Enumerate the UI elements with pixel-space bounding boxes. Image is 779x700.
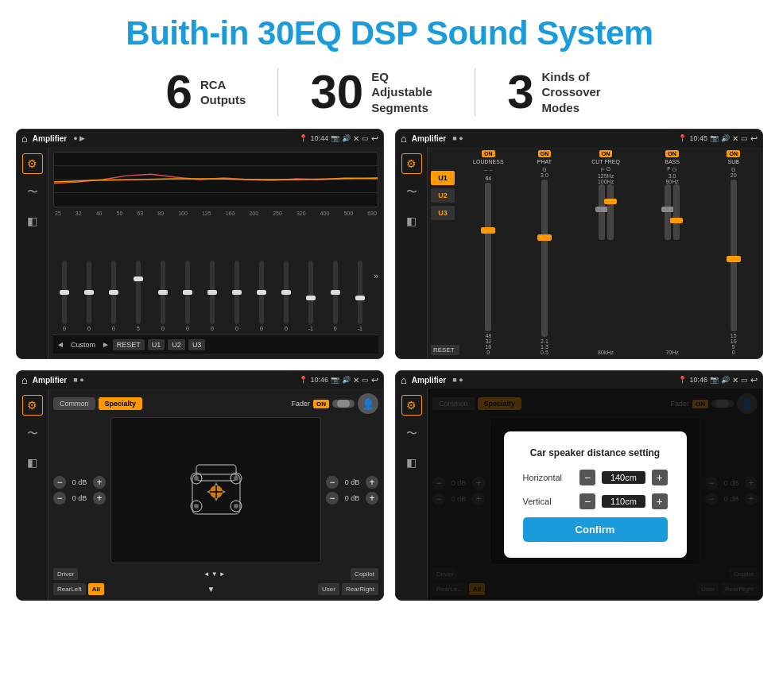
fader-location-icon: 📍: [299, 376, 308, 384]
fader-close-icon[interactable]: ✕: [353, 376, 359, 385]
fader-icon-2[interactable]: 〜: [22, 423, 43, 444]
distance-home-icon[interactable]: ⌂: [401, 374, 407, 386]
bass-column: ON BASS F G 3.0 90Hz: [641, 150, 703, 355]
distance-icon-1[interactable]: ⚙: [401, 395, 422, 416]
bass-label: BASS: [665, 159, 680, 164]
vertical-plus-btn[interactable]: +: [652, 493, 668, 509]
zone-driver[interactable]: Driver: [53, 568, 78, 580]
crossover-icon-3[interactable]: ◧: [401, 211, 422, 231]
dist-back-icon[interactable]: ↩: [750, 375, 758, 385]
eq-icon-1[interactable]: ⚙: [22, 153, 43, 174]
eq-freq-250: 250: [273, 211, 282, 216]
fader-tab-specialty[interactable]: Specialty: [99, 397, 143, 410]
sub-column: ON SUB G 20 15 10 5 0: [707, 150, 759, 355]
horizontal-value: 140cm: [602, 471, 645, 484]
eq-u3-btn[interactable]: U3: [188, 339, 206, 350]
db2-minus[interactable]: −: [53, 492, 66, 505]
db4-minus[interactable]: −: [326, 492, 339, 505]
eq-icon-2[interactable]: 〜: [22, 182, 43, 203]
cutfreq-column: ON CUT FREQ F G 125Hz 100Hz: [575, 150, 637, 355]
crossover-icon-2[interactable]: 〜: [401, 182, 422, 203]
car-svg: [180, 451, 252, 530]
eq-u1-btn[interactable]: U1: [148, 339, 165, 350]
stat-eq: 30 EQ AdjustableSegments: [278, 68, 475, 116]
xover-window-icon: ▭: [741, 134, 748, 142]
eq-reset-btn[interactable]: RESET: [113, 339, 145, 350]
home-icon[interactable]: ⌂: [21, 133, 28, 145]
crossover-screen: ⌂ Amplifier ■ ● 📍 10:45 📷 🔊 ✕ ▭ ↩ ⚙ 〜 ◧: [395, 129, 763, 359]
vertical-minus-btn[interactable]: −: [579, 493, 595, 509]
fader-home-icon[interactable]: ⌂: [21, 374, 28, 386]
crossover-home-icon[interactable]: ⌂: [401, 133, 407, 145]
stat-crossover-number: 3: [507, 68, 533, 116]
fader-slider[interactable]: [332, 400, 355, 408]
back-icon[interactable]: ↩: [371, 133, 378, 144]
fader-icon-1[interactable]: ⚙: [22, 395, 43, 416]
eq-prev-btn[interactable]: ◄: [56, 340, 64, 349]
zone-all[interactable]: All: [88, 583, 104, 595]
horizontal-minus-btn[interactable]: −: [579, 470, 595, 485]
db2-plus[interactable]: +: [93, 492, 106, 505]
eq-screen: ⌂ Amplifier ● ▶ 📍 10:44 📷 🔊 ✕ ▭ ↩ ⚙ 〜 ◧: [16, 129, 384, 359]
eq-slider-4: 5: [127, 261, 149, 331]
svg-point-12: [234, 504, 238, 509]
fader-icon-3[interactable]: ◧: [22, 452, 43, 473]
db3-minus[interactable]: −: [326, 476, 339, 489]
close-icon[interactable]: ✕: [353, 134, 359, 143]
stat-eq-label: EQ AdjustableSegments: [371, 69, 443, 116]
eq-more-icon[interactable]: »: [374, 271, 378, 280]
crossover-reset-btn[interactable]: RESET: [431, 345, 459, 355]
zone-down-arrow[interactable]: ▼: [211, 570, 218, 578]
crossover-icon-1[interactable]: ⚙: [401, 153, 422, 174]
zone-copilot[interactable]: Copilot: [351, 568, 378, 580]
crossover-screen-title: Amplifier: [412, 134, 446, 143]
eq-slider-13: -1: [349, 261, 371, 331]
crossover-main: U1 U2 U3 RESET ON LOUDNESS ~ ~: [428, 147, 762, 358]
zone-left-arrow[interactable]: ◄: [203, 570, 210, 578]
confirm-button[interactable]: Confirm: [523, 517, 668, 542]
db1-plus[interactable]: +: [93, 476, 106, 489]
zone-right-arrow[interactable]: ►: [219, 570, 226, 578]
zone-user[interactable]: User: [318, 583, 339, 595]
loudness-on-badge: ON: [482, 150, 495, 157]
horizontal-plus-btn[interactable]: +: [652, 470, 668, 485]
vertical-row: Vertical − 110cm +: [523, 493, 668, 509]
dist-time: 10:46: [689, 376, 707, 384]
preset-u1[interactable]: U1: [431, 171, 455, 185]
xover-back-icon[interactable]: ↩: [750, 133, 758, 144]
location-icon: 📍: [299, 134, 308, 142]
db1-value: 0 dB: [68, 478, 91, 486]
dist-close-icon[interactable]: ✕: [732, 376, 738, 385]
fader-volume-icon: 🔊: [342, 376, 351, 384]
distance-icon-2[interactable]: 〜: [401, 423, 422, 444]
eq-icon-3[interactable]: ◧: [22, 211, 43, 231]
fader-back-icon[interactable]: ↩: [371, 375, 378, 385]
distance-icon-3[interactable]: ◧: [401, 452, 422, 473]
db3-value: 0 dB: [341, 478, 363, 486]
zone-down-arrow-2[interactable]: ▼: [207, 585, 215, 594]
fader-tab-common[interactable]: Common: [53, 397, 95, 410]
xover-close-icon[interactable]: ✕: [732, 134, 738, 143]
db4-plus[interactable]: +: [366, 492, 378, 505]
preset-u2[interactable]: U2: [431, 188, 455, 203]
distance-screen-content: ⚙ 〜 ◧ Common Specialty Fader ON 👤: [396, 389, 762, 600]
xover-camera-icon: 📷: [710, 134, 719, 142]
vertical-value: 110cm: [602, 495, 645, 508]
eq-slider-2: 0: [78, 261, 100, 331]
distance-dialog: Car speaker distance setting Horizontal …: [504, 431, 687, 558]
db-row-2: − 0 dB +: [53, 492, 106, 505]
preset-u3[interactable]: U3: [431, 206, 455, 220]
eq-next-btn[interactable]: ►: [102, 340, 110, 349]
zone-rearleft[interactable]: RearLeft: [53, 583, 86, 595]
zone-bottom-row: RearLeft All ▼ User RearRight: [53, 583, 378, 595]
crossover-status-icons: 📍 10:45 📷 🔊 ✕ ▭ ↩: [678, 133, 758, 144]
fader-camera-icon: 📷: [331, 376, 339, 384]
zone-rearright[interactable]: RearRight: [342, 583, 378, 595]
db1-minus[interactable]: −: [53, 476, 66, 489]
car-diagram: [110, 417, 321, 563]
db3-plus[interactable]: +: [366, 476, 378, 489]
eq-slider-7: 0: [201, 261, 223, 331]
page-title: Buith-in 30EQ DSP Sound System: [0, 0, 779, 60]
svg-marker-16: [215, 482, 218, 485]
eq-u2-btn[interactable]: U2: [168, 339, 185, 350]
